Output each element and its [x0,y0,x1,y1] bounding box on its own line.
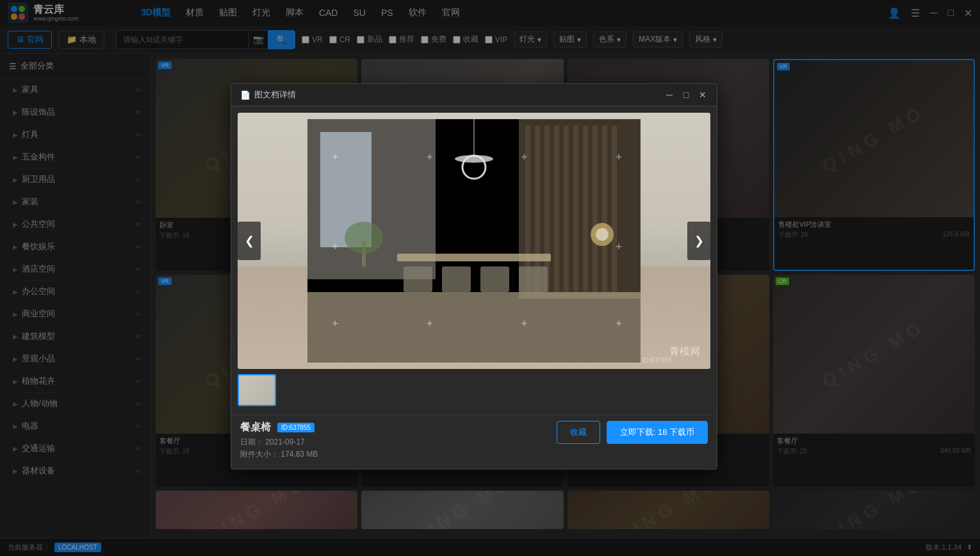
svg-rect-22 [397,254,551,261]
item-id-badge: ID:637855 [277,423,314,432]
modal-action-buttons: 收藏 立即下载: 18 下载币 [557,421,708,444]
modal-minimize-button[interactable]: ─ [664,90,674,100]
plus-marker-1: + [332,151,338,163]
svg-point-28 [345,222,383,254]
svg-rect-25 [480,266,509,292]
svg-rect-24 [442,266,471,292]
svg-rect-26 [519,266,548,292]
svg-rect-13 [583,126,588,292]
item-date-row: 日期： 2021-09-17 [240,437,318,448]
date-label: 日期： [240,437,263,446]
modal-body: + + + + + + + + + + ❮ ❯ 青模网 ID:637855 [231,106,717,413]
svg-rect-31 [307,292,641,363]
svg-rect-12 [573,126,578,292]
image-id-label: ID:637855 [642,357,672,364]
image-watermark: 青模网 [669,345,700,359]
item-size-row: 附件大小： 174.83 MB [240,449,318,460]
image-prev-button[interactable]: ❮ [238,222,261,260]
modal-document-detail: 📄 图文档详情 ─ □ ✕ [231,83,717,470]
modal-header: 📄 图文档详情 ─ □ ✕ [231,84,717,106]
dining-scene-svg [307,119,641,363]
doc-icon: 📄 [240,90,250,100]
modal-item-info: 餐桌椅 ID:637855 日期： 2021-09-17 附件大小： 174.8… [240,421,708,461]
plus-marker-2: + [427,151,432,163]
modal-footer: 餐桌椅 ID:637855 日期： 2021-09-17 附件大小： 174.8… [231,415,717,469]
svg-point-30 [596,228,608,241]
modal-close-button[interactable]: ✕ [698,90,708,100]
plus-marker-3: + [521,151,527,163]
svg-rect-14 [592,126,598,292]
svg-rect-11 [564,126,569,292]
item-title-row: 餐桌椅 ID:637855 [240,421,318,434]
modal-title: 📄 图文档详情 [240,89,296,101]
collect-button[interactable]: 收藏 [557,421,600,444]
svg-rect-23 [404,266,432,292]
modal-maximize-button[interactable]: □ [681,90,691,100]
modal-title-label: 图文档详情 [254,89,296,101]
item-name: 餐桌椅 [240,421,271,434]
modal-controls: ─ □ ✕ [664,90,708,100]
svg-rect-16 [612,126,617,292]
plus-marker-10: + [616,318,621,329]
item-size: 174.83 MB [281,450,318,459]
item-details: 餐桌椅 ID:637855 日期： 2021-09-17 附件大小： 174.8… [240,421,318,461]
image-next-button[interactable]: ❯ [687,222,710,260]
plus-marker-7: + [332,318,338,329]
plus-marker-8: + [427,318,432,329]
plus-marker-5: + [332,241,338,252]
download-button[interactable]: 立即下载: 18 下载币 [607,421,708,444]
size-label: 附件大小： [240,450,279,459]
modal-main-image: + + + + + + + + + + ❮ ❯ 青模网 ID:637855 [238,113,710,369]
plus-marker-9: + [521,318,527,329]
modal-thumbnails [238,374,710,406]
item-date: 2021-09-17 [265,437,304,446]
modal-overlay: 📄 图文档详情 ─ □ ✕ [0,0,980,556]
plus-marker-6: + [616,241,621,252]
thumbnail-1[interactable] [238,374,276,406]
plus-marker-4: + [616,151,621,163]
svg-rect-15 [602,126,607,292]
svg-rect-10 [554,126,559,292]
dining-scene-image: + + + + + + + + + + [238,113,710,369]
